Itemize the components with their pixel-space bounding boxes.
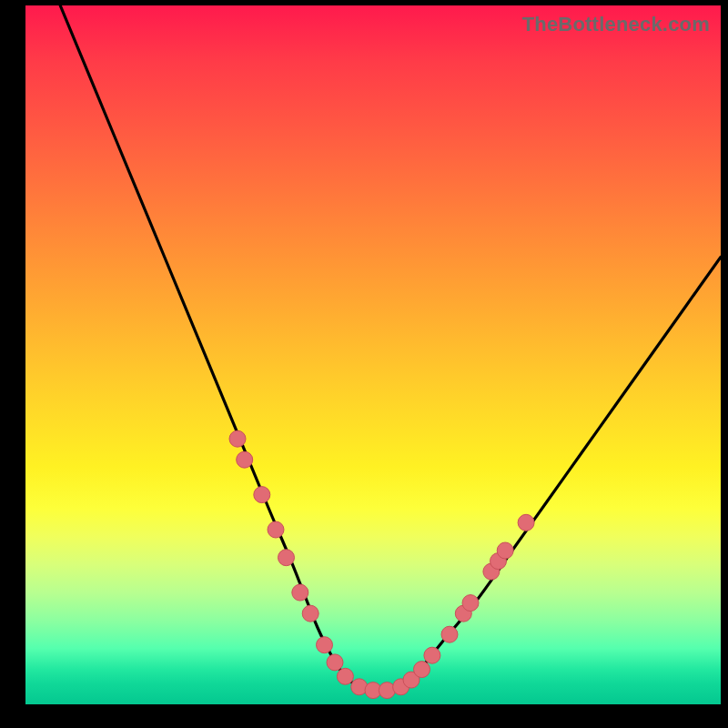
data-point [441, 626, 458, 642]
data-point [337, 668, 353, 684]
data-point [414, 662, 430, 678]
bottleneck-curve [60, 5, 721, 691]
data-point [268, 521, 284, 538]
data-point [497, 542, 513, 559]
data-point [327, 654, 343, 671]
data-point [317, 637, 333, 653]
data-point [278, 550, 295, 566]
data-point [302, 605, 318, 622]
data-point [229, 430, 246, 447]
chart-svg [25, 5, 721, 704]
data-point [518, 514, 534, 531]
data-point [424, 647, 440, 663]
plot-area: TheBottleneck.com [25, 5, 721, 704]
chart-frame: TheBottleneck.com [0, 0, 728, 728]
data-point [254, 487, 270, 503]
data-point [462, 595, 479, 612]
data-point [237, 451, 253, 468]
data-point [292, 584, 308, 601]
data-markers [229, 430, 534, 698]
